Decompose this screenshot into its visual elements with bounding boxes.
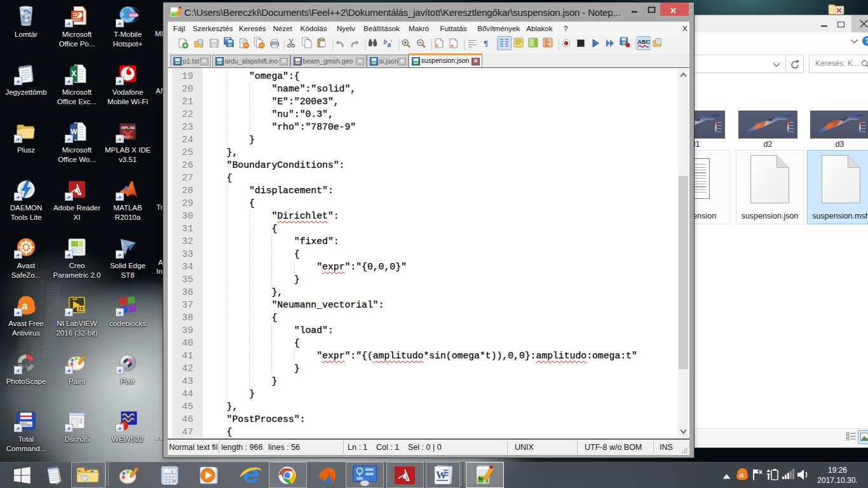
svg-text:16: 16 <box>78 306 83 311</box>
svg-text:ABC: ABC <box>638 39 651 45</box>
svg-text:W: W <box>71 128 78 135</box>
svg-text:¶: ¶ <box>484 38 488 48</box>
svg-text:a: a <box>388 41 391 48</box>
svg-text:a: a <box>740 471 744 478</box>
svg-text:a: a <box>22 300 28 312</box>
svg-text:s: s <box>25 363 27 369</box>
svg-text:WWW: WWW <box>130 13 139 17</box>
svg-text:64: 64 <box>28 423 32 427</box>
svg-text:IDE: IDE <box>124 135 130 139</box>
svg-text:0: 0 <box>171 470 173 474</box>
svg-text:MPLAB: MPLAB <box>121 126 135 130</box>
